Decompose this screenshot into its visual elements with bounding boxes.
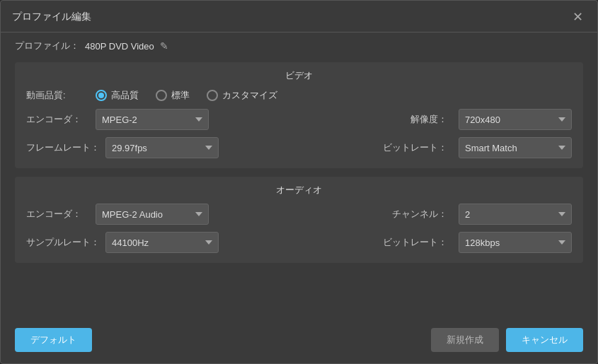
video-bitrate-cell: ビットレート： Smart Match	[302, 137, 573, 158]
default-button[interactable]: デフォルト	[15, 328, 92, 352]
audio-bitrate-label: ビットレート：	[383, 236, 447, 249]
resolution-label: 解像度：	[391, 113, 447, 126]
radio-custom-circle	[207, 90, 218, 101]
video-encoder-select[interactable]: MPEG-2	[96, 109, 209, 130]
title-bar: プロファイル編集 ✕	[1, 1, 597, 33]
quality-high[interactable]: 高品質	[96, 89, 139, 102]
audio-bitrate-select[interactable]: 128kbps	[459, 232, 572, 253]
close-button[interactable]: ✕	[570, 9, 586, 25]
samplerate-label: サンプルレート：	[26, 236, 100, 249]
channel-label: チャンネル：	[391, 208, 447, 221]
profile-label: プロファイル：	[15, 40, 79, 52]
quality-label: 動画品質:	[26, 89, 90, 102]
edit-icon[interactable]: ✎	[160, 40, 168, 52]
resolution-cell: 解像度： 720x480	[302, 109, 573, 130]
encoder-cell: エンコーダ： MPEG-2	[26, 109, 297, 130]
cancel-button[interactable]: キャンセル	[506, 328, 583, 352]
quality-standard-label: 標準	[171, 89, 190, 102]
profile-row: プロファイル： 480P DVD Video ✎	[15, 40, 583, 52]
channel-select[interactable]: 2	[459, 204, 572, 225]
samplerate-select[interactable]: 44100Hz	[105, 232, 219, 253]
quality-high-label: 高品質	[111, 89, 139, 102]
radio-high-circle	[96, 90, 107, 101]
audio-encoder-cell: エンコーダ： MPEG-2 Audio	[26, 204, 297, 225]
channel-cell: チャンネル： 2	[302, 204, 573, 225]
video-section: ビデオ 動画品質: 高品質 標準 カスタマイズ	[15, 62, 583, 168]
samplerate-cell: サンプルレート： 44100Hz	[26, 232, 297, 253]
framerate-bitrate-row: フレームレート： 29.97fps ビットレート： Smart Match	[26, 137, 572, 158]
audio-encoder-label: エンコーダ：	[26, 208, 90, 221]
dialog-body: プロファイル： 480P DVD Video ✎ ビデオ 動画品質: 高品質 標…	[1, 33, 597, 321]
quality-custom[interactable]: カスタマイズ	[207, 89, 277, 102]
framerate-select[interactable]: 29.97fps	[105, 137, 219, 158]
dialog-title: プロファイル編集	[12, 11, 91, 23]
audio-section-title: オーディオ	[26, 184, 572, 196]
encoder-resolution-row: エンコーダ： MPEG-2 解像度： 720x480	[26, 109, 572, 130]
quality-standard[interactable]: 標準	[156, 89, 190, 102]
video-bitrate-select[interactable]: Smart Match	[459, 137, 572, 158]
audio-section: オーディオ エンコーダ： MPEG-2 Audio チャンネル： 2	[15, 177, 583, 263]
resolution-select[interactable]: 720x480	[459, 109, 572, 130]
quality-radio-group: 高品質 標準 カスタマイズ	[96, 89, 572, 102]
profile-name: 480P DVD Video	[85, 41, 154, 52]
new-button[interactable]: 新規作成	[431, 328, 499, 352]
video-section-title: ビデオ	[26, 69, 572, 82]
video-bitrate-label: ビットレート：	[383, 141, 447, 154]
samplerate-bitrate-row: サンプルレート： 44100Hz ビットレート： 128kbps	[26, 232, 572, 253]
audio-encoder-channel-row: エンコーダ： MPEG-2 Audio チャンネル： 2	[26, 204, 572, 225]
dialog: プロファイル編集 ✕ プロファイル： 480P DVD Video ✎ ビデオ …	[0, 0, 598, 364]
radio-standard-circle	[156, 90, 167, 101]
quality-row: 動画品質: 高品質 標準 カスタマイズ	[26, 89, 572, 102]
framerate-cell: フレームレート： 29.97fps	[26, 137, 297, 158]
right-buttons: 新規作成 キャンセル	[431, 328, 583, 352]
quality-custom-label: カスタマイズ	[222, 89, 277, 102]
framerate-label: フレームレート：	[26, 141, 100, 154]
footer: デフォルト 新規作成 キャンセル	[1, 321, 597, 363]
audio-bitrate-cell: ビットレート： 128kbps	[302, 232, 573, 253]
audio-encoder-select[interactable]: MPEG-2 Audio	[96, 204, 209, 225]
video-encoder-label: エンコーダ：	[26, 113, 90, 126]
